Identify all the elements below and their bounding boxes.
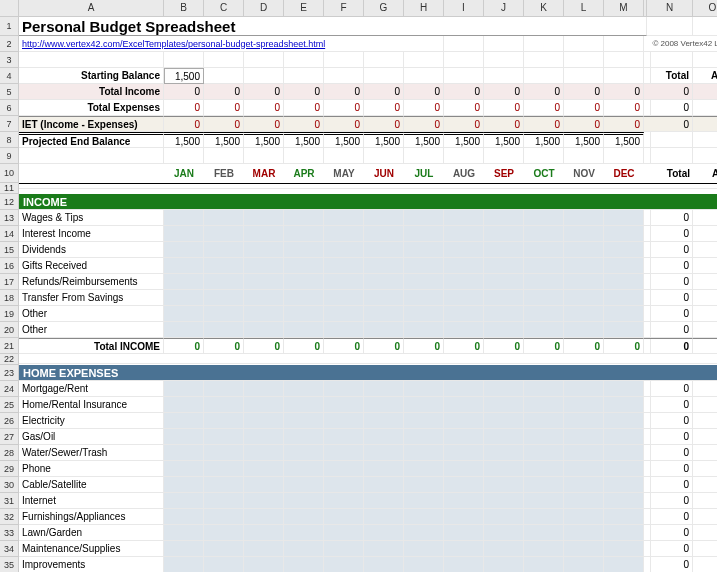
data-cell[interactable]	[164, 541, 204, 557]
data-cell[interactable]	[444, 274, 484, 290]
data-cell[interactable]	[324, 445, 364, 461]
data-cell[interactable]	[604, 461, 644, 477]
data-cell[interactable]	[604, 381, 644, 397]
data-cell[interactable]	[244, 290, 284, 306]
data-cell[interactable]	[204, 397, 244, 413]
data-cell[interactable]	[564, 290, 604, 306]
data-cell[interactable]	[524, 493, 564, 509]
data-cell[interactable]	[444, 226, 484, 242]
data-cell[interactable]	[204, 306, 244, 322]
data-cell[interactable]	[604, 493, 644, 509]
data-cell[interactable]	[604, 557, 644, 572]
data-cell[interactable]	[604, 242, 644, 258]
data-cell[interactable]	[204, 541, 244, 557]
data-cell[interactable]	[484, 477, 524, 493]
data-cell[interactable]	[484, 306, 524, 322]
starting-balance-value[interactable]: 1,500	[164, 68, 204, 84]
data-cell[interactable]	[364, 210, 404, 226]
data-cell[interactable]	[404, 258, 444, 274]
data-cell[interactable]	[484, 493, 524, 509]
data-cell[interactable]	[404, 306, 444, 322]
data-cell[interactable]	[164, 210, 204, 226]
data-cell[interactable]	[204, 322, 244, 338]
data-cell[interactable]	[244, 445, 284, 461]
data-cell[interactable]	[444, 397, 484, 413]
data-cell[interactable]	[444, 493, 484, 509]
data-cell[interactable]	[364, 226, 404, 242]
data-cell[interactable]	[244, 509, 284, 525]
data-cell[interactable]	[204, 210, 244, 226]
data-cell[interactable]	[164, 322, 204, 338]
data-cell[interactable]	[564, 541, 604, 557]
data-cell[interactable]	[564, 210, 604, 226]
data-cell[interactable]	[324, 290, 364, 306]
data-cell[interactable]	[244, 242, 284, 258]
data-cell[interactable]	[364, 306, 404, 322]
data-cell[interactable]	[404, 290, 444, 306]
data-cell[interactable]	[244, 429, 284, 445]
data-cell[interactable]	[164, 509, 204, 525]
data-cell[interactable]	[284, 290, 324, 306]
data-cell[interactable]	[484, 461, 524, 477]
data-cell[interactable]	[244, 525, 284, 541]
data-cell[interactable]	[284, 381, 324, 397]
data-cell[interactable]	[284, 557, 324, 572]
data-cell[interactable]	[444, 509, 484, 525]
data-cell[interactable]	[484, 525, 524, 541]
data-cell[interactable]	[164, 413, 204, 429]
data-cell[interactable]	[604, 429, 644, 445]
data-cell[interactable]	[404, 525, 444, 541]
data-cell[interactable]	[244, 306, 284, 322]
data-cell[interactable]	[364, 525, 404, 541]
data-cell[interactable]	[364, 557, 404, 572]
data-cell[interactable]	[444, 557, 484, 572]
data-cell[interactable]	[324, 477, 364, 493]
data-cell[interactable]	[484, 429, 524, 445]
data-cell[interactable]	[604, 226, 644, 242]
data-cell[interactable]	[364, 477, 404, 493]
data-cell[interactable]	[284, 509, 324, 525]
data-cell[interactable]	[604, 306, 644, 322]
data-cell[interactable]	[284, 429, 324, 445]
data-cell[interactable]	[204, 509, 244, 525]
data-cell[interactable]	[284, 274, 324, 290]
data-cell[interactable]	[604, 397, 644, 413]
data-cell[interactable]	[204, 242, 244, 258]
data-cell[interactable]	[324, 509, 364, 525]
data-cell[interactable]	[204, 413, 244, 429]
data-cell[interactable]	[284, 242, 324, 258]
data-cell[interactable]	[524, 226, 564, 242]
data-cell[interactable]	[564, 322, 604, 338]
data-cell[interactable]	[164, 445, 204, 461]
data-cell[interactable]	[364, 493, 404, 509]
data-cell[interactable]	[164, 525, 204, 541]
data-cell[interactable]	[524, 397, 564, 413]
data-cell[interactable]	[524, 306, 564, 322]
data-cell[interactable]	[164, 557, 204, 572]
data-cell[interactable]	[284, 461, 324, 477]
data-cell[interactable]	[564, 557, 604, 572]
data-cell[interactable]	[204, 445, 244, 461]
data-cell[interactable]	[524, 429, 564, 445]
data-cell[interactable]	[244, 381, 284, 397]
data-cell[interactable]	[404, 397, 444, 413]
data-cell[interactable]	[444, 525, 484, 541]
data-cell[interactable]	[564, 306, 604, 322]
data-cell[interactable]	[564, 258, 604, 274]
data-cell[interactable]	[564, 274, 604, 290]
data-cell[interactable]	[404, 557, 444, 572]
data-cell[interactable]	[564, 226, 604, 242]
data-cell[interactable]	[324, 258, 364, 274]
data-cell[interactable]	[364, 445, 404, 461]
data-cell[interactable]	[284, 541, 324, 557]
data-cell[interactable]	[204, 461, 244, 477]
data-cell[interactable]	[284, 493, 324, 509]
data-cell[interactable]	[324, 210, 364, 226]
data-cell[interactable]	[404, 381, 444, 397]
data-cell[interactable]	[404, 242, 444, 258]
data-cell[interactable]	[484, 509, 524, 525]
data-cell[interactable]	[164, 242, 204, 258]
data-cell[interactable]	[564, 381, 604, 397]
data-cell[interactable]	[364, 509, 404, 525]
data-cell[interactable]	[204, 557, 244, 572]
